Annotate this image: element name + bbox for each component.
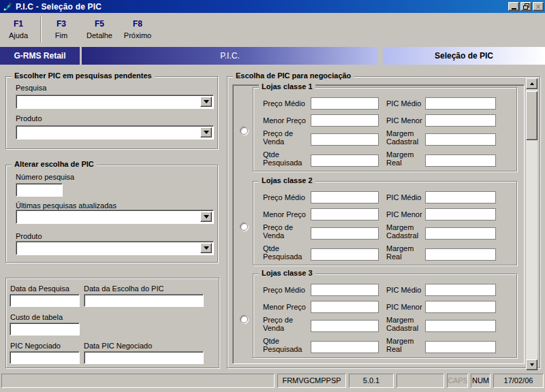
data-da-escolha-input[interactable]: [84, 294, 204, 307]
pic-medio-label: PIC Médio: [386, 193, 427, 201]
data-pic-negociado-input[interactable]: [84, 351, 204, 364]
statusbar: FRMVGCMPPSP 5.0.1 CAPS NUM 17/02/06: [0, 372, 545, 392]
classe-3-pic-medio-input[interactable]: [425, 284, 496, 296]
classe-2-qtde-pesquisada-input[interactable]: [311, 248, 379, 261]
status-message: [1, 374, 275, 388]
classe-2-preco-medio-input[interactable]: [311, 191, 379, 203]
classe-1-qtde-pesquisada-input[interactable]: [311, 154, 379, 167]
group-title: Escolha de PIC para negociação: [233, 71, 354, 80]
scroll-up-button[interactable]: [526, 78, 538, 89]
classe-2-margem-real-input[interactable]: [425, 248, 496, 261]
classe-3-preco-medio-input[interactable]: [311, 284, 379, 296]
pesquisa-combobox-input[interactable]: [18, 97, 199, 107]
produto-dropdown-button-2[interactable]: [200, 243, 212, 253]
restore-icon: [523, 3, 529, 10]
classe-3-preco-venda-input[interactable]: [311, 320, 379, 332]
classe-3-menor-preco-input[interactable]: [311, 301, 379, 313]
qtde-pesquisada-label: Qtde Pesquisada: [263, 150, 309, 167]
restore-button[interactable]: [520, 2, 531, 11]
custo-de-tabela-input[interactable]: [10, 323, 80, 336]
preco-medio-label: Preço Médio: [263, 193, 309, 201]
pesquisa-combobox[interactable]: [16, 95, 214, 109]
classe-2-pic-medio-input[interactable]: [425, 191, 496, 203]
produto-label: Produto: [16, 114, 42, 122]
classe-2-group: Lojas classe 2 Preço Médio PIC Médio Men…: [253, 181, 517, 265]
classe-3-pic-menor-input[interactable]: [425, 301, 496, 313]
classe-1-menor-preco-input[interactable]: [311, 114, 379, 127]
preco-venda-label: Preço de Venda: [263, 129, 309, 146]
margem-real-label: Margem Real: [386, 337, 427, 353]
pic-medio-label: PIC Médio: [386, 99, 427, 108]
classe-1-margem-real-input[interactable]: [425, 154, 496, 167]
scroll-thumb[interactable]: [526, 91, 538, 140]
numero-pesquisa-label: Número pesquisa: [16, 173, 74, 181]
toolbar-button-fim[interactable]: F3 Fim: [46, 19, 77, 39]
toolbar-button-detalhe[interactable]: F5 Detalhe: [80, 19, 119, 39]
arrow-down-icon: [530, 363, 534, 368]
radio-classe-2[interactable]: [240, 223, 248, 231]
classe-2-margem-cadastral-input[interactable]: [425, 227, 496, 240]
close-button[interactable]: ×: [533, 2, 544, 11]
button-label: Fim: [55, 31, 67, 39]
fkey-label: F8: [133, 19, 142, 29]
chevron-down-icon: [204, 215, 209, 221]
toolbar-separator: [40, 16, 42, 42]
button-label: Detalhe: [87, 31, 112, 39]
radio-classe-1[interactable]: [240, 127, 248, 135]
vertical-scrollbar[interactable]: [526, 78, 538, 370]
margem-real-label: Margem Real: [386, 150, 427, 167]
data-da-escolha-label: Data da Escolha do PIC: [84, 284, 164, 293]
group-title: Escolher PIC em pesquisas pendentes: [12, 71, 155, 80]
ultimas-pesquisas-dropdown-button[interactable]: [200, 212, 212, 222]
header-screen-title: Seleção de PIC: [383, 47, 545, 65]
ultimas-pesquisas-combobox-input[interactable]: [18, 212, 199, 222]
produto-combobox[interactable]: [16, 125, 214, 140]
preco-medio-label: Preço Médio: [263, 99, 309, 108]
classe-2-preco-venda-input[interactable]: [311, 227, 379, 240]
pic-negociado-label: PIC Negociado: [10, 342, 61, 350]
fkey-label: F1: [14, 19, 23, 29]
radio-classe-3[interactable]: [240, 315, 248, 323]
classe-3-qtde-pesquisada-input[interactable]: [311, 341, 379, 353]
classe-1-group: Lojas classe 1 Preço Médio PIC Médio Men…: [253, 87, 517, 172]
toolbar-button-proximo[interactable]: F8 Próximo: [119, 19, 157, 39]
toolbar: F1 Ajuda F3 Fim F5 Detalhe F8 Próximo: [0, 13, 545, 45]
classe-2-menor-preco-input[interactable]: [311, 208, 379, 220]
pic-negociado-input[interactable]: [10, 351, 80, 364]
data-pic-negociado-label: Data PIC Negociado: [84, 342, 152, 350]
classe-1-pic-menor-input[interactable]: [425, 114, 496, 127]
scroll-down-button[interactable]: [526, 359, 538, 370]
classe-1-pic-medio-input[interactable]: [425, 97, 496, 110]
classe-2-pic-menor-input[interactable]: [425, 208, 496, 220]
arrow-up-icon: [530, 80, 534, 85]
classe-1-preco-medio-input[interactable]: [311, 97, 379, 110]
pesquisa-dropdown-button[interactable]: [200, 97, 212, 107]
pic-menor-label: PIC Menor: [386, 210, 427, 218]
minimize-button[interactable]: [508, 2, 519, 11]
margem-cadastral-label: Margem Cadastral: [386, 129, 427, 146]
classe-3-margem-cadastral-input[interactable]: [425, 320, 496, 332]
qtde-pesquisada-label: Qtde Pesquisada: [263, 244, 309, 261]
status-extra: [396, 374, 444, 388]
header-module-title: P.I.C.: [82, 47, 378, 65]
status-caps: CAPS: [447, 374, 468, 388]
classe-1-margem-cadastral-input[interactable]: [425, 133, 496, 146]
numero-pesquisa-input[interactable]: [16, 183, 63, 197]
pending-pic-group: Escolher PIC em pesquisas pendentes Pesq…: [5, 76, 218, 149]
change-pic-group: Alterar escolha de PIC Número pesquisa Ú…: [5, 165, 218, 263]
produto-combobox-2-input[interactable]: [18, 243, 199, 253]
minimize-icon: [512, 8, 516, 10]
button-label: Próximo: [124, 31, 151, 39]
produto-dropdown-button[interactable]: [200, 127, 212, 137]
classe-3-margem-real-input[interactable]: [425, 341, 496, 353]
status-form-id: FRMVGCMPPSP: [277, 374, 346, 388]
data-da-pesquisa-input[interactable]: [10, 294, 80, 307]
classe-1-preco-venda-input[interactable]: [311, 133, 379, 146]
toolbar-button-ajuda[interactable]: F1 Ajuda: [2, 19, 35, 39]
group-title: Lojas classe 2: [259, 176, 315, 184]
ultimas-pesquisas-combobox[interactable]: [16, 210, 214, 224]
produto-combobox-2[interactable]: [16, 241, 214, 255]
qtde-pesquisada-label: Qtde Pesquisada: [263, 337, 309, 353]
produto-combobox-input[interactable]: [18, 127, 199, 137]
window-title: P.I.C - Seleção de PIC: [16, 2, 102, 12]
